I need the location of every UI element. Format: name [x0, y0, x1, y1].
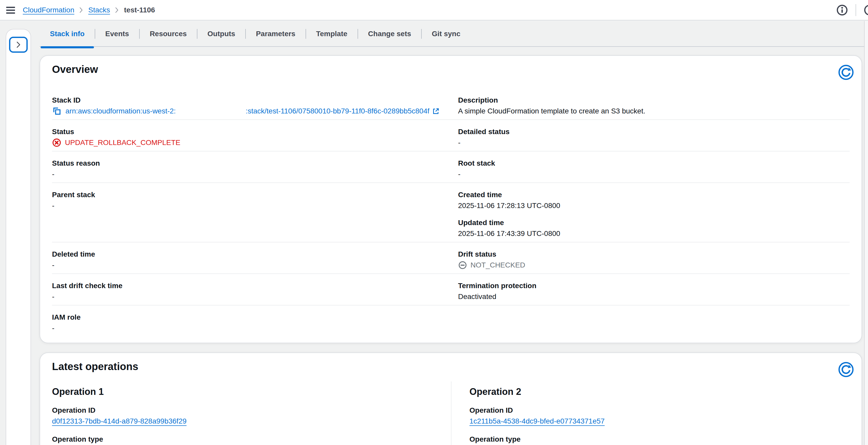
field-empty: [458, 312, 850, 333]
overview-row: Status UPDATE_ROLLBACK_COMPLETE Detailed…: [52, 120, 849, 151]
breadcrumb: CloudFormation Stacks test-1106: [23, 0, 155, 20]
stack-arn-link[interactable]: arn:aws:cloudformation:us-west-2: :stack…: [65, 106, 440, 116]
tab-stack-info[interactable]: Stack info: [39, 21, 95, 47]
field-label: Updated time: [458, 217, 850, 228]
field-operation-type: Operation type UPDATE_STACK: [470, 434, 850, 445]
field-label: Deleted time: [52, 249, 444, 260]
field-parent-stack: Parent stack -: [52, 190, 444, 239]
field-root-stack: Root stack -: [458, 158, 850, 179]
overview-fields: Stack ID arn:aws:cloudformation:us: [40, 83, 862, 343]
field-label: IAM role: [52, 312, 444, 322]
latest-operations-panel: Latest operations Operation 1 Operation …: [39, 352, 862, 445]
operations-refresh-button[interactable]: [835, 359, 857, 380]
field-operation-id: Operation ID 1c211b5a-4538-4dc9-bfed-e07…: [470, 405, 850, 426]
overview-row: IAM role -: [52, 305, 849, 337]
field-value: A simple CloudFormation template to crea…: [458, 106, 850, 116]
tab-outputs[interactable]: Outputs: [197, 21, 246, 47]
tab-resources[interactable]: Resources: [140, 21, 197, 47]
field-label: Detailed status: [458, 127, 850, 137]
field-label: Status: [52, 127, 444, 137]
refresh-icon: [838, 361, 854, 378]
hamburger-menu-button[interactable]: [5, 5, 17, 16]
field-label: Status reason: [52, 158, 444, 169]
drift-status-value: NOT_CHECKED: [471, 260, 525, 270]
tab-parameters[interactable]: Parameters: [246, 21, 306, 47]
copy-icon: [53, 107, 61, 115]
field-iam-role: IAM role -: [52, 312, 444, 333]
overview-row: Deleted time - Drift status NOT_CHECKED: [52, 242, 849, 274]
overview-title: Overview: [52, 63, 98, 75]
operations-columns: Operation 1 Operation ID d0f12313-7bdb-4…: [40, 380, 862, 445]
latest-operations-title: Latest operations: [52, 360, 138, 373]
topbar-divider: [856, 4, 856, 16]
operation-heading: Operation 2: [470, 385, 850, 398]
overview-row: Stack ID arn:aws:cloudformation:us: [52, 89, 849, 120]
error-status-icon: [52, 138, 61, 147]
field-label: Drift status: [458, 249, 850, 260]
breadcrumb-current-page: test-1106: [124, 6, 155, 14]
operation-id-link[interactable]: 1c211b5a-4538-4dc9-bfed-e07734371e57: [470, 417, 605, 425]
field-operation-id: Operation ID d0f12313-7bdb-414d-a879-828…: [52, 405, 433, 426]
field-label: Operation ID: [52, 405, 433, 415]
topbar-right-controls: [835, 0, 868, 20]
stack-info-content: Overview Stack ID: [39, 55, 862, 445]
circle-icon: [864, 4, 868, 16]
copy-arn-button[interactable]: [52, 106, 62, 116]
field-label: Parent stack: [52, 190, 444, 200]
overview-refresh-button[interactable]: [835, 62, 857, 83]
overview-row: Parent stack - Created time 2025-11-06 1…: [52, 183, 849, 242]
field-value: -: [52, 169, 444, 179]
tab-template[interactable]: Template: [306, 21, 358, 47]
circle-minus-icon: [458, 261, 467, 270]
external-link-icon: [432, 107, 440, 115]
field-label: Last drift check time: [52, 281, 444, 291]
field-label: Created time: [458, 190, 850, 200]
field-value: -: [52, 292, 444, 302]
breadcrumb-link-stacks[interactable]: Stacks: [88, 6, 110, 14]
field-detailed-status: Detailed status -: [458, 127, 850, 148]
refresh-icon: [838, 64, 854, 81]
field-label: Termination protection: [458, 281, 850, 291]
field-value: -: [458, 169, 850, 179]
chevron-right-icon: [15, 41, 22, 48]
operation-id-link[interactable]: d0f12313-7bdb-414d-a879-828a99b36f29: [52, 417, 187, 425]
field-times: Created time 2025-11-06 17:28:13 UTC-080…: [458, 190, 850, 239]
overview-row: Status reason - Root stack -: [52, 151, 849, 183]
account-menu-button[interactable]: [862, 3, 868, 17]
field-value: 2025-11-06 17:28:13 UTC-0800: [458, 201, 850, 211]
field-value: -: [52, 201, 444, 211]
collapsed-side-navigation: [6, 29, 31, 445]
open-side-navigation-button[interactable]: [9, 37, 28, 53]
breadcrumb-link-cloudformation[interactable]: CloudFormation: [23, 6, 74, 14]
chevron-right-icon: [80, 7, 83, 13]
operation-1: Operation 1 Operation ID d0f12313-7bdb-4…: [52, 381, 451, 445]
field-label: Operation type: [52, 434, 433, 444]
field-value: -: [52, 323, 444, 333]
field-label: Operation type: [470, 434, 850, 444]
field-updated-time: Updated time 2025-11-06 17:43:39 UTC-080…: [458, 217, 850, 239]
tab-events[interactable]: Events: [95, 21, 140, 47]
field-stack-id: Stack ID arn:aws:cloudformation:us: [52, 95, 444, 116]
tab-change-sets[interactable]: Change sets: [358, 21, 422, 47]
info-button[interactable]: [835, 3, 849, 17]
field-termination-protection: Termination protection Deactivated: [458, 281, 850, 302]
field-value: -: [52, 260, 444, 270]
stack-detail-tabs: Stack info Events Resources Outputs Para…: [39, 21, 471, 47]
field-status: Status UPDATE_ROLLBACK_COMPLETE: [52, 127, 444, 148]
field-label: Root stack: [458, 158, 850, 169]
field-operation-type: Operation type ROLLBACK: [52, 434, 433, 445]
field-last-drift-check: Last drift check time -: [52, 281, 444, 302]
arn-text-stack: :stack/test-1106/07580010-bb79-11f0-8f6c…: [246, 106, 429, 116]
field-value: 2025-11-06 17:43:39 UTC-0800: [458, 229, 850, 239]
collapsed-right-panel[interactable]: [864, 21, 868, 445]
field-status-reason: Status reason -: [52, 158, 444, 179]
hamburger-menu-icon: [6, 6, 16, 14]
field-deleted-time: Deleted time -: [52, 249, 444, 270]
status-value: UPDATE_ROLLBACK_COMPLETE: [65, 137, 180, 148]
field-drift-status: Drift status NOT_CHECKED: [458, 249, 850, 270]
field-value: -: [458, 137, 850, 148]
tab-git-sync[interactable]: Git sync: [422, 21, 471, 47]
operation-heading: Operation 1: [52, 385, 433, 398]
field-label: Description: [458, 95, 850, 105]
field-label: Stack ID: [52, 95, 444, 105]
